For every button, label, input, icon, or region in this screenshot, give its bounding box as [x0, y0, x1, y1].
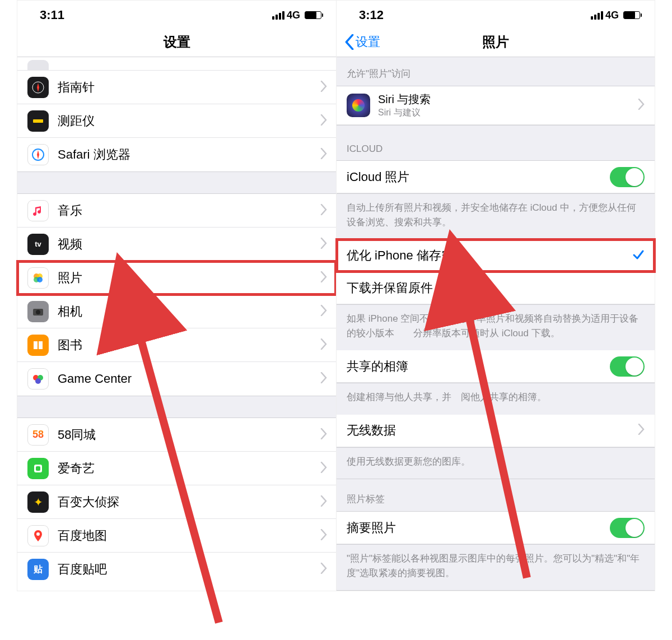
row-label: 百度地图 — [58, 527, 320, 544]
58-icon: 58 — [27, 424, 49, 446]
download-originals-row[interactable]: 下载并保留原件 — [337, 272, 655, 304]
siri-search-row[interactable]: Siri 与搜索 Siri 与建议 — [337, 86, 655, 125]
nav-bar: 设置 — [17, 27, 336, 57]
row-label: 指南针 — [58, 79, 320, 96]
section-header-allow: 允许"照片"访问 — [337, 57, 655, 86]
safari-icon — [27, 144, 49, 165]
shared-albums-toggle[interactable] — [610, 356, 645, 377]
shared-footer: 创建相簿与他人共享，并订阅他人共享的相簿。 — [337, 383, 655, 415]
settings-row-bmap[interactable]: 百度地图 — [17, 519, 336, 553]
settings-row-books[interactable]: 图书 — [17, 328, 336, 362]
siri-icon — [347, 94, 370, 117]
chevron-right-icon — [320, 462, 327, 475]
summarize-photos-label: 摘要照片 — [347, 520, 610, 536]
chevron-right-icon — [320, 372, 327, 386]
settings-row-58[interactable]: 5858同城 — [17, 418, 336, 452]
group-separator — [17, 396, 336, 418]
row-label: 音乐 — [58, 202, 320, 219]
row-label: 视频 — [58, 236, 320, 253]
chevron-right-icon — [320, 204, 327, 217]
icloud-photos-row[interactable]: iCloud 照片 — [337, 161, 655, 193]
status-bar: 3:11 4G — [17, 1, 336, 27]
back-button[interactable]: 设置 — [344, 34, 380, 50]
books-icon — [27, 335, 49, 356]
section-header-icloud: ICLOUD — [337, 125, 655, 161]
camera-icon — [27, 301, 49, 322]
signal-icon — [272, 11, 284, 20]
nav-bar: 设置 照片 — [337, 27, 655, 57]
list-item-partial[interactable] — [17, 57, 336, 71]
svg-point-9 — [36, 310, 40, 314]
chevron-right-icon — [638, 424, 645, 437]
settings-row-detective[interactable]: ✦百变大侦探 — [17, 485, 336, 519]
chevron-right-icon — [320, 271, 327, 285]
svg-rect-14 — [36, 466, 40, 471]
chevron-right-icon — [320, 338, 327, 352]
row-label: 图书 — [58, 337, 320, 354]
chevron-right-icon — [320, 305, 327, 318]
cellular-data-label: 无线数据 — [347, 422, 638, 439]
summarize-photos-row[interactable]: 摘要照片 — [337, 512, 655, 544]
svg-point-15 — [36, 532, 40, 536]
siri-subtitle: Siri 与建议 — [378, 107, 638, 119]
page-title: 设置 — [164, 33, 190, 51]
compass-icon — [27, 77, 49, 98]
settings-row-photos[interactable]: 照片 — [17, 261, 336, 295]
bmap-icon — [27, 525, 49, 546]
settings-row-measure[interactable]: 测距仪 — [17, 104, 336, 138]
settings-row-music[interactable]: 音乐 — [17, 194, 336, 228]
icloud-footer: 自动上传所有照片和视频，并安全地储存在 iCloud 中，方便您从任何设备浏览、… — [337, 193, 655, 239]
row-label: Safari 浏览器 — [58, 146, 320, 163]
chevron-right-icon — [320, 114, 327, 128]
chevron-right-icon — [638, 99, 645, 112]
row-label: 百变大侦探 — [58, 494, 320, 511]
music-icon — [27, 200, 49, 221]
chevron-right-icon — [320, 495, 327, 509]
svg-point-12 — [35, 378, 41, 384]
tv-icon: tv — [27, 234, 49, 255]
row-label: 58同城 — [58, 426, 320, 443]
detective-icon: ✦ — [27, 491, 49, 513]
cellular-data-row[interactable]: 无线数据 — [337, 415, 655, 447]
chevron-right-icon — [320, 238, 327, 251]
optimize-storage-row[interactable]: 优化 iPhone 储存空间 — [337, 239, 655, 272]
settings-row-tieba[interactable]: 贴百度贴吧 — [17, 553, 336, 586]
chevron-right-icon — [320, 148, 327, 161]
settings-row-gamecenter[interactable]: Game Center — [17, 362, 336, 396]
status-bar: 3:12 4G — [337, 1, 655, 27]
status-time: 3:12 — [359, 8, 384, 22]
row-label: Game Center — [58, 372, 320, 386]
settings-row-safari[interactable]: Safari 浏览器 — [17, 138, 336, 171]
row-label: 照片 — [58, 270, 320, 286]
chevron-right-icon — [320, 529, 327, 542]
optimize-footer: 如果 iPhone 空间不足，全分辨率照片和视频将自动替换为适用于设备的较小版本… — [337, 304, 655, 350]
row-label: 百度贴吧 — [58, 561, 320, 578]
siri-title: Siri 与搜索 — [378, 92, 638, 107]
download-originals-label: 下载并保留原件 — [347, 280, 645, 296]
page-title: 照片 — [482, 33, 509, 51]
settings-row-camera[interactable]: 相机 — [17, 295, 336, 328]
photos-settings-screen: 3:12 4G 设置 照片 允许"照片"访问 Siri 与搜索 Siri 与建议… — [336, 1, 655, 591]
svg-point-7 — [37, 277, 43, 282]
network-label: 4G — [605, 10, 619, 21]
shared-albums-row[interactable]: 共享的相簿 — [337, 350, 655, 383]
optimize-storage-label: 优化 iPhone 储存空间 — [347, 247, 632, 264]
settings-row-tv[interactable]: tv视频 — [17, 228, 336, 261]
row-label: 测距仪 — [58, 113, 320, 129]
group-separator — [17, 171, 336, 194]
signal-icon — [591, 11, 603, 20]
chevron-right-icon — [320, 563, 327, 576]
summarize-photos-toggle[interactable] — [610, 518, 645, 538]
iqiyi-icon — [27, 458, 49, 479]
status-time: 3:11 — [40, 8, 64, 22]
row-label: 爱奇艺 — [58, 460, 320, 477]
checkmark-icon — [632, 248, 645, 263]
svg-rect-1 — [33, 119, 43, 123]
settings-row-iqiyi[interactable]: 爱奇艺 — [17, 452, 336, 485]
chevron-right-icon — [320, 428, 327, 442]
icloud-photos-label: iCloud 照片 — [347, 169, 610, 185]
gamecenter-icon — [27, 368, 49, 389]
settings-row-compass[interactable]: 指南针 — [17, 71, 336, 104]
icloud-photos-toggle[interactable] — [610, 167, 645, 187]
battery-icon — [623, 11, 640, 19]
